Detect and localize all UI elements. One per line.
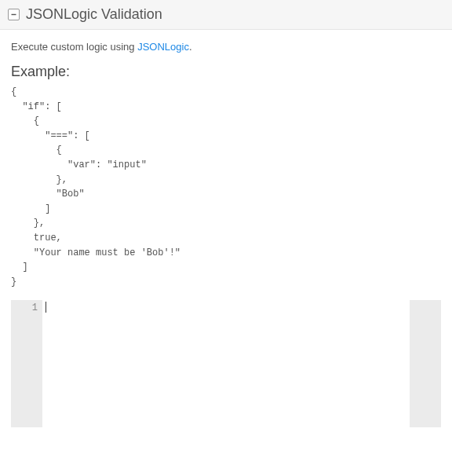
- collapse-toggle-button[interactable]: [8, 9, 20, 20]
- editor-textarea[interactable]: [42, 300, 410, 427]
- example-code-block: { "if": [ { "===": [ { "var": "input" },…: [11, 85, 441, 289]
- intro-suffix: .: [189, 41, 192, 53]
- editor-gutter: 1: [11, 300, 42, 427]
- code-editor[interactable]: 1: [11, 300, 441, 427]
- line-number: 1: [13, 302, 38, 314]
- example-heading: Example:: [11, 64, 441, 80]
- panel-body: Execute custom logic using JSONLogic. Ex…: [0, 30, 452, 435]
- intro-prefix: Execute custom logic using: [11, 41, 137, 53]
- intro-text: Execute custom logic using JSONLogic.: [11, 41, 441, 53]
- panel-title: JSONLogic Validation: [26, 6, 162, 23]
- minus-icon: [10, 11, 17, 18]
- jsonlogic-link[interactable]: JSONLogic: [137, 41, 189, 53]
- editor-cursor: [46, 302, 46, 313]
- editor-scrollbar-region: [410, 300, 441, 427]
- panel-header: JSONLogic Validation: [0, 0, 452, 30]
